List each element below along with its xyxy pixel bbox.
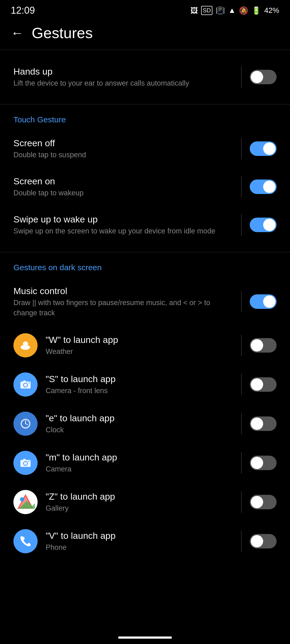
e-launch-content: "e" to launch app Clock <box>46 412 236 435</box>
w-launch-toggle[interactable] <box>250 338 277 353</box>
weather-app-icon <box>13 333 38 357</box>
music-control-right <box>241 291 277 312</box>
v-launch-subtitle: Phone <box>46 543 236 553</box>
v-launch-right <box>241 530 277 552</box>
screen-off-toggle[interactable] <box>250 141 277 156</box>
camera-front-app-icon <box>13 372 38 397</box>
m-launch-content: "m" to launch app Camera <box>46 451 236 474</box>
e-launch-item[interactable]: "e" to launch app Clock <box>0 404 290 443</box>
swipe-up-toggle[interactable] <box>250 218 277 232</box>
s-launch-title: "S" to launch app <box>46 373 236 385</box>
sd-icon: SD <box>201 6 213 15</box>
s-launch-right <box>241 374 277 395</box>
hands-up-item[interactable]: Hands up Lift the device to your ear to … <box>0 58 290 96</box>
music-control-title: Music control <box>13 285 236 297</box>
m-launch-knob <box>251 457 263 469</box>
screen-on-content: Screen on Double tap to wakeup <box>13 175 236 198</box>
z-launch-right <box>241 491 277 513</box>
w-launch-item[interactable]: "W" to launch app Weather <box>0 326 290 365</box>
screen-on-item[interactable]: Screen on Double tap to wakeup <box>0 168 290 206</box>
section-touch-gesture: Touch Gesture Screen off Double tap to s… <box>0 104 290 252</box>
s-launch-knob <box>251 378 263 391</box>
phone-app-icon <box>13 529 38 553</box>
music-control-subtitle: Draw || with two fingers to pause/resume… <box>13 298 236 318</box>
hands-up-title: Hands up <box>13 65 236 77</box>
status-time: 12:09 <box>11 5 35 16</box>
s-launch-divider <box>241 374 242 395</box>
s-launch-content: "S" to launch app Camera - front lens <box>46 373 236 396</box>
svg-point-8 <box>28 382 30 383</box>
image-icon: 🖼 <box>190 6 198 15</box>
notification-icon: 🔕 <box>239 6 248 15</box>
z-launch-toggle[interactable] <box>250 495 277 509</box>
screen-off-knob <box>263 142 276 155</box>
hands-up-right <box>241 66 277 88</box>
v-launch-item[interactable]: "V" to launch app Phone <box>0 522 290 561</box>
w-launch-divider <box>241 335 242 356</box>
music-control-divider <box>241 291 242 312</box>
hands-up-knob <box>251 71 263 83</box>
screen-off-item[interactable]: Screen off Double tap to suspend <box>0 130 290 168</box>
m-launch-divider <box>241 452 242 474</box>
screen-off-content: Screen off Double tap to suspend <box>13 137 236 160</box>
touch-gesture-header: Touch Gesture <box>0 112 290 130</box>
home-indicator <box>118 636 172 639</box>
m-launch-toggle[interactable] <box>250 456 277 470</box>
hands-up-divider <box>241 66 242 88</box>
e-launch-subtitle: Clock <box>46 425 236 435</box>
swipe-up-divider <box>241 214 242 236</box>
swipe-up-content: Swipe up to wake up Swipe up on the scre… <box>13 213 236 236</box>
z-launch-item[interactable]: "Z" to launch app Gallery <box>0 482 290 522</box>
m-launch-subtitle: Camera <box>46 464 236 474</box>
screen-on-title: Screen on <box>13 175 236 187</box>
svg-point-3 <box>27 346 30 349</box>
swipe-up-knob <box>263 219 276 231</box>
w-launch-subtitle: Weather <box>46 347 236 357</box>
svg-point-14 <box>25 423 26 424</box>
svg-point-6 <box>24 383 27 387</box>
s-launch-item[interactable]: "S" to launch app Camera - front lens <box>0 365 290 404</box>
music-control-item[interactable]: Music control Draw || with two fingers t… <box>0 277 290 326</box>
v-launch-title: "V" to launch app <box>46 530 236 541</box>
v-launch-divider <box>241 530 242 552</box>
e-launch-right <box>241 413 277 434</box>
e-launch-knob <box>251 418 263 430</box>
screen-on-subtitle: Double tap to wakeup <box>13 188 236 198</box>
music-control-content: Music control Draw || with two fingers t… <box>13 285 236 318</box>
m-launch-item[interactable]: "m" to launch app Camera <box>0 443 290 482</box>
battery-icon: 🔋 <box>252 6 261 15</box>
m-launch-title: "m" to launch app <box>46 451 236 463</box>
swipe-up-item[interactable]: Swipe up to wake up Swipe up on the scre… <box>0 206 290 244</box>
page-title: Gestures <box>32 24 93 42</box>
e-launch-title: "e" to launch app <box>46 412 236 424</box>
z-launch-knob <box>251 496 263 508</box>
swipe-up-right <box>241 214 277 236</box>
music-control-knob <box>263 295 276 308</box>
m-launch-right <box>241 452 277 474</box>
svg-point-19 <box>28 461 30 462</box>
s-launch-subtitle: Camera - front lens <box>46 386 236 396</box>
swipe-up-title: Swipe up to wake up <box>13 213 236 225</box>
z-launch-title: "Z" to launch app <box>46 491 236 502</box>
e-launch-toggle[interactable] <box>250 416 277 431</box>
battery-percentage: 42% <box>264 6 279 15</box>
section-gestures-dark: Gestures on dark screen Music control Dr… <box>0 252 290 569</box>
status-icons: 🖼 SD 📳 ▲ 🔕 🔋 42% <box>190 6 279 15</box>
screen-off-divider <box>241 138 242 159</box>
screen-on-right <box>241 176 277 197</box>
camera-app-icon <box>13 451 38 475</box>
v-launch-toggle[interactable] <box>250 534 277 548</box>
screen-off-subtitle: Double tap to suspend <box>13 150 236 160</box>
svg-point-17 <box>24 462 27 465</box>
hands-up-toggle[interactable] <box>250 70 277 84</box>
back-button[interactable]: ← <box>11 27 24 39</box>
music-control-toggle[interactable] <box>250 294 277 309</box>
wifi-icon: ▲ <box>228 6 236 15</box>
s-launch-toggle[interactable] <box>250 377 277 392</box>
screen-on-toggle[interactable] <box>250 180 277 194</box>
v-launch-content: "V" to launch app Phone <box>46 530 236 553</box>
z-launch-subtitle: Gallery <box>46 503 236 514</box>
svg-point-2 <box>21 345 24 349</box>
z-launch-divider <box>241 491 242 513</box>
svg-rect-18 <box>23 459 26 460</box>
